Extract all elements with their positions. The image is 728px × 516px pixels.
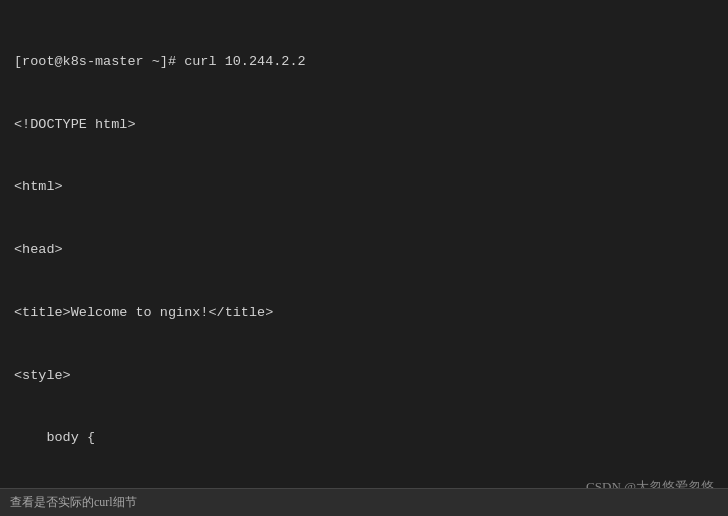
line-3: <head>: [14, 240, 714, 261]
bottom-bar: 查看是否实际的curl细节: [0, 488, 728, 516]
line-1: <!DOCTYPE html>: [14, 115, 714, 136]
line-4: <title>Welcome to nginx!</title>: [14, 303, 714, 324]
line-cmd: [root@k8s-master ~]# curl 10.244.2.2: [14, 52, 714, 73]
terminal-output: [root@k8s-master ~]# curl 10.244.2.2 <!D…: [14, 10, 714, 516]
line-5: <style>: [14, 366, 714, 387]
line-6: body {: [14, 428, 714, 449]
terminal-window: [root@k8s-master ~]# curl 10.244.2.2 <!D…: [0, 0, 728, 516]
bottom-bar-text: 查看是否实际的curl细节: [10, 494, 137, 511]
line-2: <html>: [14, 177, 714, 198]
